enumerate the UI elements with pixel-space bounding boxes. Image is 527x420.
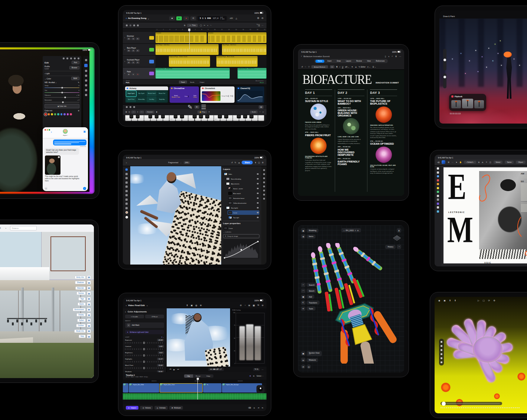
menu-transform[interactable]: ⇱Transform xyxy=(301,301,320,305)
add-attachment-button[interactable]: + xyxy=(45,187,48,190)
text-color-icon[interactable]: ▲ xyxy=(355,66,357,68)
track-row-pads[interactable]: 4PadsMSR Keyboard Player - Simple Pad Ke… xyxy=(123,68,266,79)
panel-button-model-info[interactable]: Model Info▦ xyxy=(74,329,91,333)
color-slider-exposure[interactable]: Exposure45.59 xyxy=(125,339,164,344)
tab-draw[interactable]: Draw xyxy=(334,60,343,63)
close-icon[interactable]: ✕ xyxy=(58,156,60,158)
sustain-button[interactable]: Sustain xyxy=(145,111,155,114)
boolean-icon[interactable]: ◫ xyxy=(490,161,491,163)
retime-icon[interactable]: ◔ xyxy=(244,304,246,306)
piano-black-key[interactable] xyxy=(193,115,197,118)
hand-tool-icon[interactable]: ✋ xyxy=(459,161,462,163)
select-tool-icon[interactable]: ➤ xyxy=(456,161,457,163)
piano-white-key[interactable] xyxy=(258,115,264,121)
doc-name[interactable]: Fragmented xyxy=(168,161,178,164)
song-title[interactable]: ‹An Evening Song⌄ xyxy=(126,17,149,20)
align-icon[interactable]: ≑ xyxy=(486,161,487,163)
settings-icon[interactable]: ⚙ xyxy=(493,299,495,302)
panel-button-shadows[interactable]: Shadows▦ xyxy=(75,280,91,285)
history-button[interactable]: History xyxy=(385,245,396,249)
traffic-lights[interactable] xyxy=(45,129,50,131)
camera-tool[interactable] xyxy=(441,349,442,351)
region[interactable]: Drummer xyxy=(208,32,266,43)
plugin-chromaglow[interactable]: ChromaGlow ModelModern Tube Drive StyleC… xyxy=(170,86,199,103)
grid-tool[interactable] xyxy=(441,361,442,363)
panel-button-styles[interactable]: Styles▦ xyxy=(78,302,91,306)
alchemy-pad[interactable]: Bright Arp xyxy=(157,97,167,102)
piano-black-key[interactable] xyxy=(199,115,203,118)
rotate-icon[interactable]: ◔ xyxy=(210,24,211,26)
visibility-eye-icon[interactable] xyxy=(257,178,259,180)
count-in[interactable]: +04 xyxy=(228,17,234,20)
search-icon[interactable]: ⌕ xyxy=(301,283,305,287)
multicam-button[interactable]: ⊞ Multicam xyxy=(169,406,183,410)
visibility-eye-icon[interactable] xyxy=(257,183,259,184)
alchemy-pad[interactable]: Motion Pad xyxy=(157,91,167,96)
flip-icon[interactable]: ⟁ xyxy=(482,161,483,164)
loop-icon[interactable]: ◯ xyxy=(200,24,202,26)
region[interactable]: Drummer xyxy=(156,32,207,43)
italic-button[interactable]: I xyxy=(340,66,340,68)
region[interactable]: Keyboard Player - Block Chords xyxy=(216,56,258,67)
mic-icon[interactable]: ◍ xyxy=(195,304,197,306)
panel-button-display[interactable]: Display▦ xyxy=(76,313,91,317)
eyedropper-icon[interactable]: ✎ xyxy=(78,81,79,83)
color-mix-dots[interactable] xyxy=(45,113,79,115)
layer-row[interactable]: Adjustments xyxy=(225,181,259,186)
cloud-icon[interactable]: ☁ xyxy=(238,161,240,164)
color-slider-highlights[interactable]: Highlights11.27 xyxy=(125,358,164,362)
edit-mode-segments[interactable]: ClipRangeEdge xyxy=(184,374,213,378)
region[interactable]: Bass Player - Indie Disco xyxy=(222,44,266,55)
play-icon[interactable]: ▷ xyxy=(478,299,479,302)
share-icon[interactable]: ⬆ xyxy=(454,299,456,302)
bar-ruler[interactable]: 1234567891011121314151617 xyxy=(156,29,266,32)
disable-button[interactable]: ◐ Disable xyxy=(125,315,144,318)
audio-track[interactable] xyxy=(123,393,266,400)
share-icon[interactable]: ⬆ xyxy=(395,55,397,58)
viewer[interactable] xyxy=(167,308,230,367)
foreground-color[interactable] xyxy=(125,211,128,214)
render-viewport[interactable] xyxy=(435,297,527,413)
panel-button-outliner[interactable]: Outliner▦ xyxy=(76,324,91,328)
masking-tool-active[interactable] xyxy=(84,64,88,67)
color-dot[interactable] xyxy=(70,113,72,115)
align-icon[interactable]: ≡ ⌄ xyxy=(367,66,371,68)
menu-sketch[interactable]: ◠Sketch xyxy=(301,289,320,293)
visibility-eye-icon[interactable] xyxy=(257,173,259,175)
back-icon[interactable]: ‹ xyxy=(125,311,126,313)
panel-icon[interactable]: ▦ xyxy=(87,324,91,328)
extract-icon[interactable]: ⧈ xyxy=(253,407,255,409)
pencil-tool[interactable] xyxy=(437,183,439,185)
keyboard-view-button[interactable]: ▤ xyxy=(259,105,264,109)
settings-icon[interactable]: ⚙ xyxy=(262,161,264,164)
history-clock-icon[interactable]: ◔ xyxy=(397,245,401,249)
enhance-button[interactable]: ✦ Enhance Light and Color xyxy=(125,330,164,334)
adjust-slider[interactable]: Vibrance+ 14 xyxy=(45,94,79,98)
visibility-eye-icon[interactable] xyxy=(257,207,259,209)
piano-black-key[interactable] xyxy=(155,115,159,118)
layer-row[interactable]: Top right xyxy=(228,215,259,220)
back-icon[interactable]: ‹ xyxy=(126,17,127,20)
eyedropper-tool[interactable] xyxy=(125,207,128,209)
alchemy-pad[interactable]: Synth Pluck xyxy=(126,97,136,102)
background-color[interactable] xyxy=(125,216,128,219)
more-icon[interactable]: ⋯ xyxy=(259,111,261,113)
track-row-drummer[interactable]: 1DrummerMSR Drummer Drummer xyxy=(123,32,266,44)
alchemy-pad[interactable]: Epic Synth xyxy=(137,91,147,96)
region[interactable]: Keyboard Player - Simple Pad xyxy=(238,68,266,79)
plugin-chromaverb[interactable]: ChromaVerb Decay Time Wet xyxy=(200,86,235,103)
mute-button[interactable]: M xyxy=(127,37,131,40)
octave-up[interactable]: › xyxy=(140,111,144,114)
menu-tools[interactable]: ✛Tools xyxy=(301,306,320,311)
style-control[interactable]: StyleClean xyxy=(193,95,197,98)
reset-button[interactable]: ↺ Reset xyxy=(145,315,164,318)
panel-icon[interactable]: ▦ xyxy=(87,286,91,290)
zoom-tool[interactable] xyxy=(437,206,439,209)
object-button[interactable]: Object xyxy=(516,161,525,164)
type-tool[interactable] xyxy=(125,198,128,201)
record-icon[interactable]: ◉ xyxy=(438,299,440,302)
color-dot[interactable] xyxy=(67,113,69,115)
cycle-button[interactable]: ⟲ xyxy=(190,16,196,20)
solo-button[interactable]: S xyxy=(131,49,135,52)
frame-thumb-current[interactable] xyxy=(462,99,473,108)
